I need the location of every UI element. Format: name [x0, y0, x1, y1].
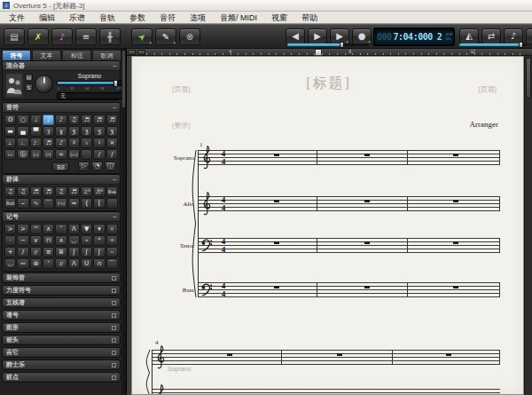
palette-cell-2-8[interactable]: ×	[106, 138, 118, 148]
palette-cell-2-1[interactable]: /	[17, 247, 28, 257]
palette-cell-3-6[interactable]	[81, 149, 92, 160]
eraser-button[interactable]: ⊗	[179, 28, 200, 45]
palette-cell-3-5[interactable]: Λ	[68, 258, 80, 269]
palette-cell-1-3[interactable]: ⌒	[43, 198, 54, 209]
palette-cell-0-1[interactable]: ○	[17, 115, 28, 125]
staff-label[interactable]: Alto	[136, 201, 194, 208]
expand-icon[interactable]	[112, 276, 116, 280]
staff-soprano[interactable]: 44	[198, 150, 500, 165]
page-layout-button[interactable]: ▤	[4, 28, 25, 45]
palette-cell-1-7[interactable]: °	[93, 235, 105, 246]
mixer-panel-header[interactable]: 混合器 −	[3, 61, 120, 71]
palette-cell-3-3[interactable]: '	[43, 258, 54, 269]
tab-3[interactable]: 歌词	[92, 50, 121, 60]
palette-cell-1-8[interactable]: ÷	[106, 235, 118, 246]
levels-button[interactable]: ╪	[526, 28, 532, 44]
collapsed-panel-2[interactable]: 五线谱	[2, 297, 121, 308]
menu-item-0[interactable]: 文件	[2, 12, 32, 24]
palette-cell-1-2[interactable]: ∿	[30, 198, 42, 209]
palette-cell-1-5[interactable]: ʒ	[68, 126, 80, 137]
page-title[interactable]: [标题]	[132, 75, 524, 93]
palette-cell-2-0[interactable]: ♩.	[4, 138, 16, 148]
collapsed-panel-7[interactable]: 爵士乐	[2, 359, 121, 370]
collapse-icon[interactable]: −	[113, 63, 116, 69]
arranger-text[interactable]: Arranger	[470, 120, 498, 129]
tempo-slider[interactable]	[459, 43, 527, 46]
palette-cell-3-2[interactable]: ⊛	[30, 258, 42, 269]
solo-button[interactable]: S	[25, 83, 33, 91]
palette-cell-3-4[interactable]: ∞	[55, 149, 66, 160]
palette-cell-1-0[interactable]: 8vb	[4, 198, 16, 209]
menu-item-9[interactable]: 帮助	[294, 12, 325, 24]
staff-bass[interactable]: 44	[198, 282, 500, 297]
palette-cell-3-5[interactable]: (♭♭)	[68, 149, 80, 160]
collapsed-panel-1[interactable]: 力度符号	[2, 285, 121, 296]
palette-cell-2-1[interactable]: ♩..	[17, 138, 28, 148]
palette-cell-0-2[interactable]: ♬	[30, 186, 42, 197]
page-header-right[interactable]: [页眉]	[479, 84, 497, 94]
menu-item-6[interactable]: 选项	[183, 12, 213, 24]
palette-cell-1-3[interactable]: ⊓	[43, 235, 54, 246]
expand-icon[interactable]	[112, 363, 116, 367]
expand-icon[interactable]	[112, 301, 116, 305]
palette-cell-0-5[interactable]: ♫	[68, 115, 80, 125]
staff-alto-system2[interactable]	[152, 389, 500, 395]
palette-cell-1-4[interactable]: (∿)	[55, 198, 66, 209]
palette-cell-3-0[interactable]: ♭♭	[4, 149, 16, 160]
mute-button[interactable]: M	[25, 74, 33, 82]
palette-cell-1-2[interactable]: ∨	[30, 235, 42, 246]
palette-cell-0-7[interactable]: ▾	[93, 224, 105, 234]
staff-tenor[interactable]: 44	[198, 238, 500, 253]
expand-icon[interactable]	[112, 338, 116, 343]
palette-cell-2-5[interactable]: ʃ	[68, 247, 80, 257]
palette-cell-1-1[interactable]: ⌣	[17, 198, 28, 209]
menu-item-3[interactable]: 音轨	[92, 12, 122, 24]
palette-cell-2-5[interactable]: ♯	[68, 138, 80, 148]
palette-cell-0-6[interactable]: ♫³	[81, 186, 92, 197]
palette-cell-0-7[interactable]: ♬	[93, 115, 105, 125]
expand-icon[interactable]	[112, 326, 116, 330]
palette-cell-1-8[interactable]: ʒ	[106, 126, 118, 137]
palette-cell-0-3[interactable]: ♬	[43, 186, 54, 197]
palette-cell-2-0[interactable]: +	[4, 247, 16, 257]
palette-cell-1-7[interactable]: ʒ	[93, 126, 105, 137]
collapsed-panel-4[interactable]: 图形	[2, 322, 121, 333]
staff-alto[interactable]: 44	[198, 196, 500, 211]
palette-cell-0-6[interactable]: ♬	[81, 115, 92, 125]
expand-icon[interactable]	[112, 375, 116, 380]
palette-cell-3-0[interactable]: ◡	[4, 258, 16, 269]
track-list-button[interactable]: ≡	[75, 28, 97, 45]
palette-cell-2-8[interactable]: ⌢	[106, 247, 118, 257]
palette-cell-3-7[interactable]: /	[93, 149, 105, 160]
palette-cell-3-8[interactable]: ⌒	[106, 258, 118, 269]
menu-item-4[interactable]: 参数	[122, 12, 153, 24]
staff-label[interactable]: Tenor	[136, 242, 194, 249]
info-button[interactable]: ⓘ	[105, 162, 116, 171]
sidebar-scrollbar[interactable]	[121, 49, 126, 395]
staff-soprano-system2[interactable]	[152, 350, 500, 365]
expand-icon[interactable]	[112, 313, 116, 318]
mixer-window-button[interactable]: ╫	[99, 28, 121, 45]
ruler-button-1[interactable]	[128, 50, 136, 55]
palette-cell-3-2[interactable]: (♭)	[30, 149, 42, 160]
palette-cell-0-6[interactable]: ▼	[81, 224, 92, 234]
ruler-position-marker[interactable]	[315, 49, 322, 56]
palette-cell-0-0[interactable]: ʘ	[4, 115, 16, 125]
tools-button[interactable]: ✗	[27, 28, 49, 45]
staff-label[interactable]: Soprano	[136, 154, 194, 162]
collapsed-panel-6[interactable]: 吉它	[2, 347, 121, 358]
palette-cell-0-3[interactable]: ∧	[43, 224, 54, 234]
palette-cell-0-3[interactable]: ♩	[43, 115, 54, 125]
transport-slider[interactable]	[287, 43, 369, 46]
palette-cell-2-4[interactable]: ≣	[55, 247, 66, 257]
palette-cell-1-1[interactable]: −	[17, 235, 28, 246]
palette-cell-3-1[interactable]: ∾	[17, 258, 28, 269]
palette-cell-2-4[interactable]: ♪	[55, 138, 66, 148]
beam-b8-button[interactable]: B8	[52, 162, 69, 171]
palette-cell-3-8[interactable]: ∕	[106, 149, 118, 160]
collapsed-panel-3[interactable]: 谱号	[2, 310, 121, 320]
palette-cell-3-4[interactable]: //	[55, 258, 66, 269]
ruler-button-2[interactable]	[137, 50, 145, 55]
pencil-button[interactable]: ✎▾	[155, 28, 176, 45]
select-arrow-button[interactable]: ➤▾	[131, 28, 153, 45]
